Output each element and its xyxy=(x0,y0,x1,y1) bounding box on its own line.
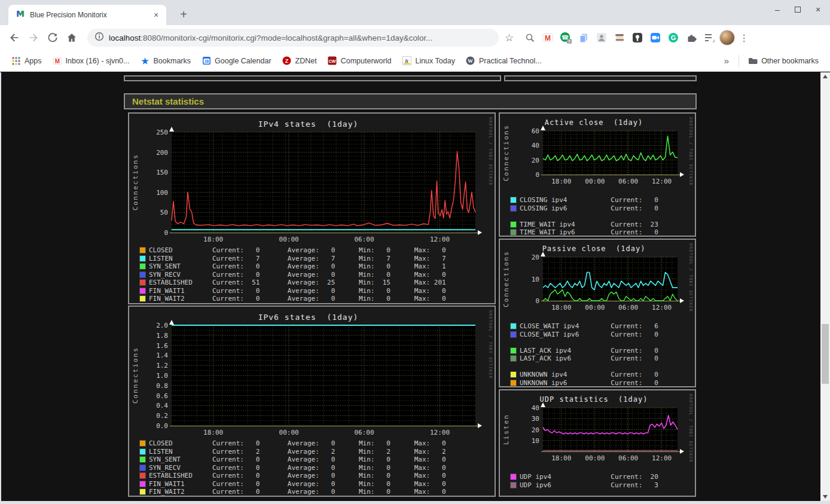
bookmark-apps[interactable]: Apps xyxy=(6,53,47,69)
bookmark-label: Google Calendar xyxy=(215,57,271,65)
page-scrollbar[interactable] xyxy=(820,72,830,501)
legend-swatch xyxy=(140,489,145,494)
svg-text:20: 20 xyxy=(532,426,539,434)
chart-legend: CLOSED Current: 0 Average: 0 Min: 0 Max:… xyxy=(140,246,446,303)
bookmark-linux-today[interactable]: ltLinux Today xyxy=(396,53,460,69)
svg-text:0: 0 xyxy=(535,297,539,305)
page-info-icon[interactable] xyxy=(94,32,104,44)
new-tab-button[interactable]: + xyxy=(176,7,191,23)
page-content: Netstat statistics IPv4 states (1day)Con… xyxy=(0,72,820,501)
profile-placeholder-extension-icon[interactable] xyxy=(593,29,611,47)
browser-menu-icon[interactable]: ⋮ xyxy=(736,32,752,44)
calendar-icon: 28 xyxy=(202,56,211,66)
legend-swatch xyxy=(511,230,516,235)
legend-row: FIN_WAIT1 Current: 0 Average: 0 Min: 0 M… xyxy=(140,480,446,488)
browser-tab[interactable]: M M Blue Precision Monitorix × xyxy=(8,5,166,25)
svg-text:Z: Z xyxy=(285,58,289,64)
svg-text:10: 10 xyxy=(532,437,539,445)
folder-icon xyxy=(748,56,758,66)
legend-row: FIN_WAIT2 Current: 0 Average: 0 Min: 0 M… xyxy=(140,488,446,496)
legend-swatch xyxy=(140,481,145,487)
ipv6-states-graph: IPv6 states (1day)ConnectionsRRDTOOL / T… xyxy=(128,306,496,497)
svg-text:?: ? xyxy=(568,39,570,44)
reading-list-extension-icon[interactable]: ♪ xyxy=(700,29,718,47)
svg-text:12:00: 12:00 xyxy=(652,304,672,311)
svg-text:200: 200 xyxy=(156,149,168,157)
star-blue-icon: ★ xyxy=(141,56,150,66)
books-extension-icon[interactable] xyxy=(611,29,628,47)
bookmark-wordpress[interactable]: WPractical Technol... xyxy=(460,53,547,69)
window-close-button[interactable]: × xyxy=(812,5,824,14)
bookmark-bookmarks[interactable]: ★Bookmarks xyxy=(135,53,197,69)
scrollbar-down-arrow[interactable] xyxy=(820,493,830,501)
url-text[interactable]: localhost:8080/monitorix-cgi/monitorix.c… xyxy=(109,33,432,42)
reload-button[interactable] xyxy=(43,28,62,47)
legend-row: TIME_WAIT ipv4 Current: 23 xyxy=(511,221,658,229)
bookmark-google-calendar[interactable]: 28Google Calendar xyxy=(196,53,277,69)
svg-text:06:00: 06:00 xyxy=(618,304,638,311)
voice-extension-icon[interactable]: ☎? xyxy=(557,29,575,47)
gmail-extension-icon[interactable]: M xyxy=(539,29,557,47)
legend-swatch xyxy=(140,449,145,454)
svg-text:06:00: 06:00 xyxy=(618,178,638,185)
previous-section-stub xyxy=(124,75,697,81)
tab-close-icon[interactable]: × xyxy=(151,10,161,20)
svg-text:20: 20 xyxy=(532,253,539,261)
legend-swatch xyxy=(140,473,145,478)
stub-cell-right xyxy=(504,75,697,81)
legend-swatch xyxy=(511,372,516,377)
scrollbar-up-arrow[interactable] xyxy=(820,72,830,81)
svg-text:18:00: 18:00 xyxy=(203,429,223,436)
forward-button[interactable] xyxy=(24,28,43,47)
zoom-camera-extension-icon[interactable] xyxy=(646,29,664,47)
bookmark-label: Linux Today xyxy=(415,57,455,65)
legend-row: CLOSE_WAIT ipv4 Current: 6 xyxy=(511,322,658,331)
svg-text:30: 30 xyxy=(532,415,539,423)
legend-row: FIN_WAIT2 Current: 0 Average: 0 Min: 0 M… xyxy=(140,295,446,303)
svg-text:06:00: 06:00 xyxy=(355,236,374,243)
svg-text:18:00: 18:00 xyxy=(551,304,571,311)
keyhole-extension-icon[interactable] xyxy=(628,29,646,47)
profile-avatar[interactable] xyxy=(719,30,735,45)
other-bookmarks-button[interactable]: Other bookmarks xyxy=(743,53,824,69)
bookmark-label: Inbox (16) - sjvn0... xyxy=(66,57,130,65)
bookmarks-overflow-chevrons[interactable]: » xyxy=(718,56,735,66)
wordpress-icon: W xyxy=(466,56,475,66)
extensions-row: M☎?G♪ xyxy=(521,29,718,47)
search-extension-icon[interactable] xyxy=(521,29,539,47)
bookmark-gmail-inbox[interactable]: MInbox (16) - sjvn0... xyxy=(47,53,135,69)
browser-toolbar: localhost:8080/monitorix-cgi/monitorix.c… xyxy=(0,25,830,50)
svg-text:1.6: 1.6 xyxy=(156,342,168,350)
svg-text:18:00: 18:00 xyxy=(551,454,571,462)
svg-text:18:00: 18:00 xyxy=(203,236,223,243)
gmail-icon: M xyxy=(53,56,62,66)
legend-row: CLOSING ipv4 Current: 0 xyxy=(511,196,658,204)
bookmark-label: Bookmarks xyxy=(154,57,191,65)
svg-text:00:00: 00:00 xyxy=(585,178,605,185)
svg-text:1.2: 1.2 xyxy=(156,362,168,369)
bookmark-star-icon[interactable]: ☆ xyxy=(505,32,514,44)
svg-text:100: 100 xyxy=(156,189,168,197)
svg-text:0.2: 0.2 xyxy=(156,412,168,420)
legend-swatch xyxy=(140,280,145,285)
legend-row: SYN_RECV Current: 0 Average: 0 Min: 0 Ma… xyxy=(140,271,446,279)
window-maximize-button[interactable] xyxy=(792,5,804,14)
svg-text:1.4: 1.4 xyxy=(156,352,168,359)
legend-swatch xyxy=(511,380,516,386)
scrollbar-thumb[interactable] xyxy=(822,324,829,384)
home-button[interactable] xyxy=(62,28,81,47)
address-bar[interactable]: localhost:8080/monitorix-cgi/monitorix.c… xyxy=(87,29,499,47)
back-button[interactable] xyxy=(5,28,24,47)
puzzle-extension-icon[interactable] xyxy=(682,29,700,47)
bookmark-computerworld[interactable]: CWComputerworld xyxy=(322,53,397,69)
bookmark-label: ZDNet xyxy=(295,57,317,65)
grammarly-extension-icon[interactable]: G xyxy=(664,29,682,47)
legend-swatch xyxy=(511,206,516,211)
window-minimize-button[interactable]: – xyxy=(771,5,783,14)
copy-pages-extension-icon[interactable] xyxy=(575,29,593,47)
legend-swatch xyxy=(511,482,516,488)
bookmark-zdnet[interactable]: ZZDNet xyxy=(277,53,322,69)
legend-row: UNKNOWN ipv4 Current: 0 xyxy=(511,371,658,379)
svg-text:W: W xyxy=(468,58,473,64)
chart-legend: CLOSING ipv4 Current: 0CLOSING ipv6 Curr… xyxy=(511,196,658,237)
